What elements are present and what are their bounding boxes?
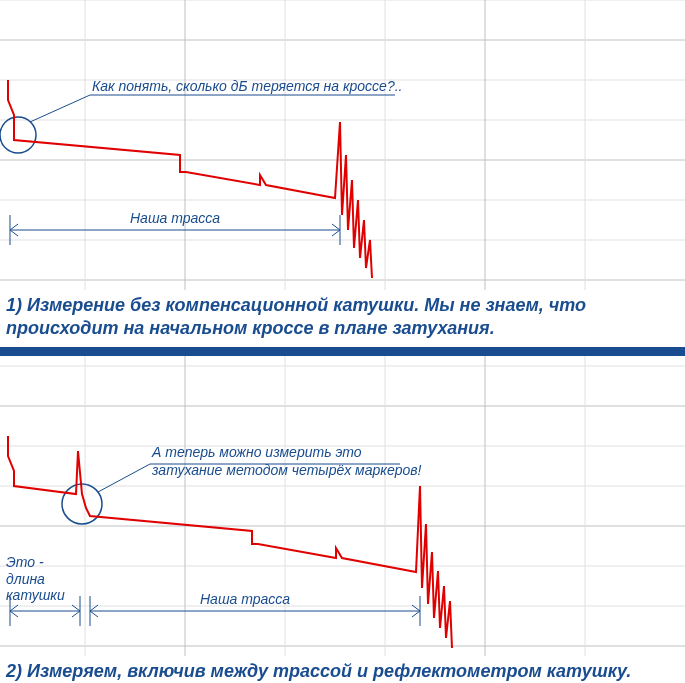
- grid-2: [0, 356, 685, 656]
- svg-line-33: [98, 464, 150, 492]
- separator: [0, 348, 685, 356]
- svg-line-14: [30, 95, 90, 122]
- panel-with-coil: А теперь можно измерить это затухание ме…: [0, 356, 685, 656]
- panel-without-coil: Как понять, сколько дБ теряется на кросс…: [0, 0, 685, 290]
- cross-highlight-circle: [0, 117, 36, 153]
- otdr-trace-1: [8, 80, 372, 278]
- caption-2: 2) Измеряем, включив между трассой и реф…: [0, 656, 685, 683]
- caption-1: 1) Измерение без компенсационной катушки…: [0, 290, 685, 348]
- grid-1: [0, 0, 685, 290]
